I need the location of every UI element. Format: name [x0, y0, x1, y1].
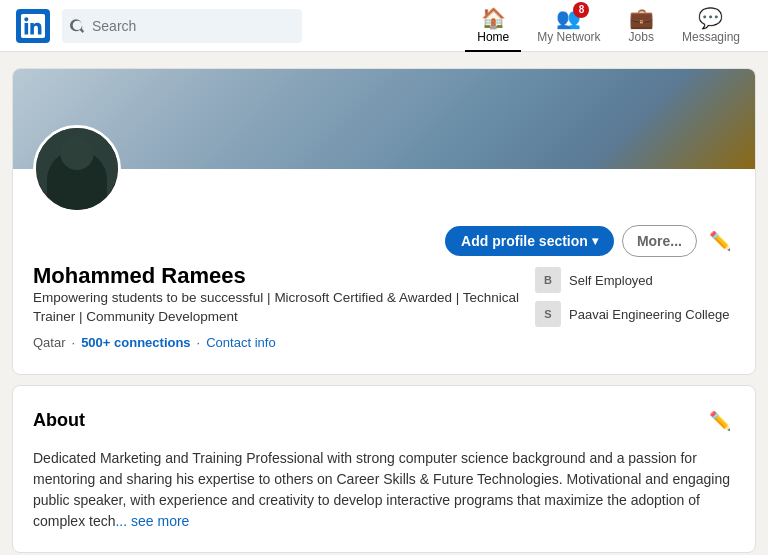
nav-item-home[interactable]: 🏠 Home — [465, 0, 521, 52]
navbar: 🏠 Home 👥 8 My Network 💼 Jobs 💬 Messaging — [0, 0, 768, 52]
meta-dot-2: · — [197, 335, 201, 350]
nav-item-jobs[interactable]: 💼 Jobs — [617, 0, 666, 52]
about-title: About — [33, 410, 85, 431]
about-text: Dedicated Marketing and Training Profess… — [33, 448, 735, 532]
nav-item-messaging-label: Messaging — [682, 30, 740, 44]
profile-card: Add profile section ▾ More... ✏️ Mohamme… — [12, 68, 756, 375]
profile-meta: Qatar · 500+ connections · Contact info — [33, 335, 535, 350]
connections-link[interactable]: 500+ connections — [81, 335, 190, 350]
company-item-college: S Paavai Engineering College — [535, 301, 735, 327]
profile-main-section: Mohammed Ramees Empowering students to b… — [33, 263, 735, 358]
add-profile-section-button[interactable]: Add profile section ▾ — [445, 226, 614, 256]
profile-right: B Self Employed S Paavai Engineering Col… — [535, 263, 735, 327]
search-icon — [70, 18, 86, 34]
about-pencil-icon: ✏️ — [709, 411, 731, 431]
profile-location: Qatar — [33, 335, 66, 350]
edit-about-button[interactable]: ✏️ — [705, 406, 735, 436]
nav-item-my-network[interactable]: 👥 8 My Network — [525, 0, 612, 52]
self-employed-name: Self Employed — [569, 273, 653, 288]
nav-item-home-label: Home — [477, 30, 509, 44]
add-profile-section-label: Add profile section — [461, 233, 588, 249]
avatar-wrapper — [33, 125, 121, 213]
profile-headline: Empowering students to be successful | M… — [33, 289, 533, 327]
contact-info-link[interactable]: Contact info — [206, 335, 275, 350]
nav-item-messaging[interactable]: 💬 Messaging — [670, 0, 752, 52]
self-employed-logo: B — [535, 267, 561, 293]
edit-profile-button[interactable]: ✏️ — [705, 226, 735, 256]
profile-name: Mohammed Ramees — [33, 263, 535, 289]
messaging-icon: 💬 — [698, 6, 723, 30]
profile-body: Add profile section ▾ More... ✏️ Mohamme… — [13, 169, 755, 374]
search-input[interactable] — [92, 18, 294, 34]
pencil-icon: ✏️ — [709, 231, 731, 251]
linkedin-logo[interactable] — [16, 9, 50, 43]
about-header: About ✏️ — [33, 406, 735, 436]
search-bar[interactable] — [62, 9, 302, 43]
jobs-icon: 💼 — [629, 6, 654, 30]
home-icon: 🏠 — [481, 6, 506, 30]
profile-left: Mohammed Ramees Empowering students to b… — [33, 263, 535, 358]
my-network-badge: 8 — [573, 2, 589, 18]
meta-dot-1: · — [72, 335, 76, 350]
see-more-link[interactable]: ... see more — [115, 513, 189, 529]
college-name: Paavai Engineering College — [569, 307, 729, 322]
company-item-self-employed: B Self Employed — [535, 267, 735, 293]
more-button[interactable]: More... — [622, 225, 697, 257]
college-logo: S — [535, 301, 561, 327]
more-button-label: More... — [637, 233, 682, 249]
nav-item-jobs-label: Jobs — [629, 30, 654, 44]
about-card: About ✏️ Dedicated Marketing and Trainin… — [12, 385, 756, 553]
my-network-icon: 👥 8 — [556, 6, 581, 30]
cover-photo — [13, 69, 755, 169]
avatar — [33, 125, 121, 213]
chevron-down-icon: ▾ — [592, 234, 598, 248]
nav-items: 🏠 Home 👥 8 My Network 💼 Jobs 💬 Messaging — [465, 0, 752, 52]
nav-item-my-network-label: My Network — [537, 30, 600, 44]
main-content: Add profile section ▾ More... ✏️ Mohamme… — [4, 52, 764, 555]
